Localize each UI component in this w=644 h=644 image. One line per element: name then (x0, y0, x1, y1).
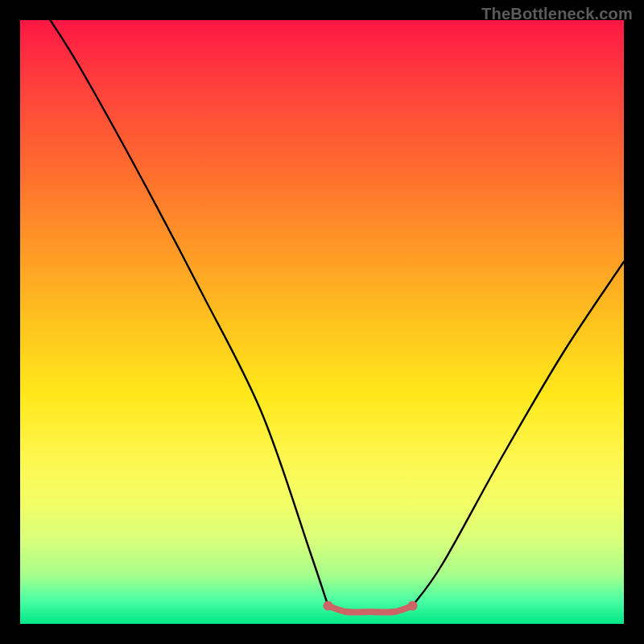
curve-left-branch (51, 20, 328, 606)
marker-right-dot (408, 601, 418, 611)
chart-frame: TheBottleneck.com (0, 0, 644, 644)
bottleneck-curve (20, 20, 624, 624)
curve-flat-bottom (328, 606, 413, 613)
marker-left-dot (324, 601, 333, 611)
curve-right-branch (413, 262, 625, 606)
plot-area (20, 20, 624, 624)
